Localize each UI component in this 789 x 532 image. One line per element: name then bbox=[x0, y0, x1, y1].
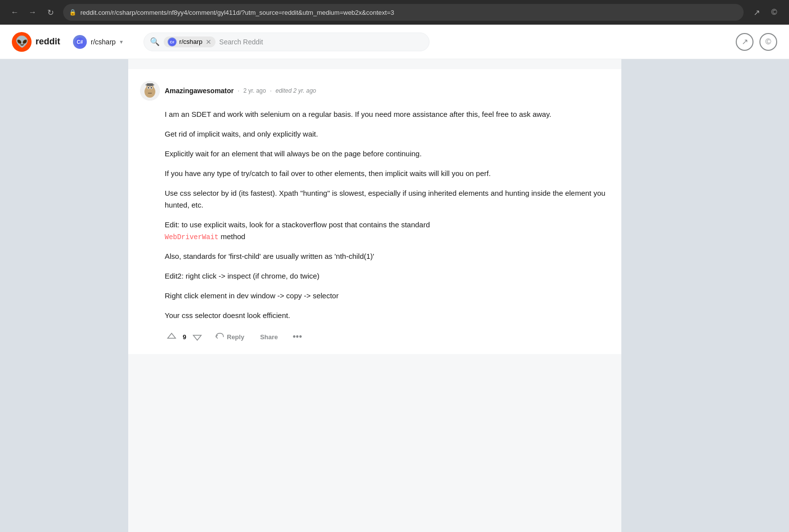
back-button[interactable]: ← bbox=[8, 5, 22, 19]
svg-point-10 bbox=[151, 87, 152, 89]
forward-button[interactable]: → bbox=[26, 5, 39, 19]
avatar bbox=[140, 81, 160, 101]
header-award-button[interactable]: © bbox=[759, 33, 777, 51]
comment-paragraph-6: Edit: to use explicit waits, look for a … bbox=[165, 219, 608, 243]
search-tag-label: r/csharp bbox=[179, 38, 203, 45]
comment-paragraph-7: Also, standards for 'first-child' are us… bbox=[165, 250, 608, 262]
reply-icon bbox=[215, 332, 224, 341]
comment-paragraph-2: Get rid of implicit waits, and only expl… bbox=[165, 128, 608, 140]
address-text: reddit.com/r/csharp/comments/nf8yy4/comm… bbox=[80, 9, 738, 16]
vote-area: 9 bbox=[165, 330, 204, 344]
subreddit-name: r/csharp bbox=[91, 38, 116, 46]
reddit-logo[interactable]: 👽 reddit bbox=[12, 32, 60, 52]
search-icon: 🔍 bbox=[150, 37, 160, 46]
subreddit-selector[interactable]: C# r/csharp ▾ bbox=[68, 32, 128, 52]
comment-paragraph-1: I am an SDET and work with selenium on a… bbox=[165, 108, 608, 120]
address-bar[interactable]: 🔒 reddit.com/r/csharp/comments/nf8yy4/co… bbox=[63, 4, 744, 21]
comment-area: Amazingawesomator · 2 yr. ago · edited 2… bbox=[128, 59, 621, 532]
search-tag-subreddit-icon: C# bbox=[168, 37, 177, 46]
comment-edited: edited 2 yr. ago bbox=[276, 87, 316, 94]
comment-paragraph-10: Your css selector doesnt look efficient. bbox=[165, 310, 608, 321]
comment-author[interactable]: Amazingawesomator bbox=[165, 87, 234, 95]
comment-paragraph-4: If you have any type of try/catch to fai… bbox=[165, 168, 608, 179]
comment-paragraph-9: Right click element in dev window -> cop… bbox=[165, 290, 608, 302]
reddit-header: 👽 reddit C# r/csharp ▾ 🔍 C# r/csharp ✕ S… bbox=[0, 25, 789, 59]
svg-rect-11 bbox=[148, 93, 152, 94]
header-right: ↗ © bbox=[736, 33, 777, 51]
downvote-button[interactable] bbox=[190, 330, 204, 344]
right-sidebar bbox=[621, 59, 789, 532]
share-label: Share bbox=[260, 333, 278, 341]
search-tag: C# r/csharp ✕ bbox=[164, 36, 215, 47]
chevron-down-icon: ▾ bbox=[120, 38, 123, 45]
reply-label: Reply bbox=[227, 333, 244, 341]
comment-container: Amazingawesomator · 2 yr. ago · edited 2… bbox=[128, 69, 621, 354]
svg-text:C#: C# bbox=[77, 39, 83, 45]
comment-dot: · bbox=[238, 87, 239, 94]
comment-body: I am an SDET and work with selenium on a… bbox=[140, 108, 608, 321]
left-sidebar bbox=[0, 59, 128, 532]
browser-nav: ← → ↻ bbox=[8, 5, 57, 19]
svg-point-9 bbox=[148, 87, 149, 89]
share-button[interactable]: Share bbox=[255, 330, 283, 344]
main-content: Amazingawesomator · 2 yr. ago · edited 2… bbox=[0, 59, 789, 532]
reddit-logo-icon: 👽 bbox=[12, 32, 32, 52]
search-tag-close-button[interactable]: ✕ bbox=[206, 38, 212, 46]
comment-paragraph-8: Edit2: right click -> inspect (if chrome… bbox=[165, 270, 608, 282]
bookmark-button[interactable]: © bbox=[767, 5, 781, 19]
share-button[interactable]: ↗ bbox=[750, 5, 763, 19]
comment-header: Amazingawesomator · 2 yr. ago · edited 2… bbox=[140, 81, 608, 101]
search-placeholder: Search Reddit bbox=[219, 38, 423, 46]
more-options-button[interactable]: ••• bbox=[289, 330, 306, 344]
header-share-button[interactable]: ↗ bbox=[736, 33, 753, 51]
downvote-icon bbox=[192, 332, 202, 342]
browser-actions: ↗ © bbox=[750, 5, 781, 19]
search-bar[interactable]: 🔍 C# r/csharp ✕ Search Reddit bbox=[143, 33, 430, 51]
subreddit-icon: C# bbox=[73, 35, 87, 49]
lock-icon: 🔒 bbox=[69, 9, 76, 16]
svg-text:C#: C# bbox=[170, 40, 174, 44]
upvote-button[interactable] bbox=[165, 330, 179, 344]
refresh-button[interactable]: ↻ bbox=[43, 5, 57, 19]
comment-actions: 9 Reply Share bbox=[140, 329, 608, 344]
browser-chrome: ← → ↻ 🔒 reddit.com/r/csharp/comments/nf8… bbox=[0, 0, 789, 25]
code-inline-webdriverwait: WebDriverWait bbox=[165, 233, 218, 241]
comment-paragraph-3: Explicitly wait for an element that will… bbox=[165, 148, 608, 160]
reply-button[interactable]: Reply bbox=[210, 329, 249, 344]
comment-time: 2 yr. ago bbox=[243, 87, 266, 94]
upvote-icon bbox=[167, 332, 177, 342]
vote-count: 9 bbox=[181, 333, 187, 341]
more-dots-icon: ••• bbox=[293, 332, 302, 342]
comment-meta: Amazingawesomator · 2 yr. ago · edited 2… bbox=[165, 87, 316, 95]
svg-rect-13 bbox=[147, 83, 153, 86]
comment-dot-2: · bbox=[270, 87, 271, 94]
comment-paragraph-5: Use css selector by id (its fastest). Xp… bbox=[165, 187, 608, 211]
reddit-logo-text: reddit bbox=[36, 36, 60, 47]
